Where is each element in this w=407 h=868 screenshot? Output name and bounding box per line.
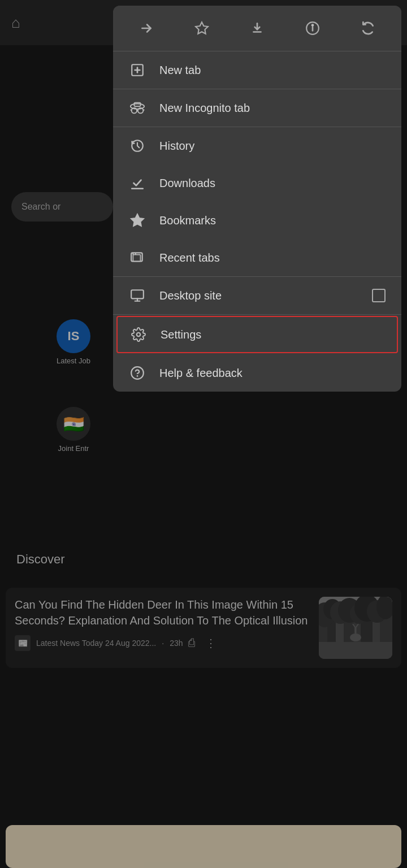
menu-item-downloads[interactable]: Downloads (113, 164, 401, 202)
svg-marker-23 (196, 22, 208, 34)
info-button[interactable] (300, 16, 325, 41)
bookmarks-svg (130, 213, 145, 228)
downloads-svg (130, 176, 145, 190)
new-tab-label: New tab (159, 64, 386, 77)
menu-item-settings[interactable]: Settings (116, 316, 398, 353)
menu-item-help-feedback[interactable]: Help & feedback (113, 354, 401, 392)
desktop-site-svg (130, 288, 145, 303)
download-icon (250, 21, 265, 36)
dropdown-menu: New tab New Incognito tab (113, 6, 401, 392)
menu-item-incognito[interactable]: New Incognito tab (113, 89, 401, 127)
incognito-label: New Incognito tab (159, 102, 386, 115)
reload-button[interactable] (356, 16, 380, 41)
settings-svg (131, 327, 146, 342)
menu-toolbar (113, 6, 401, 51)
help-feedback-label: Help & feedback (159, 367, 386, 380)
bookmarks-icon (129, 213, 146, 228)
desktop-site-label: Desktop site (159, 289, 358, 302)
menu-item-history[interactable]: History (113, 127, 401, 164)
history-label: History (159, 140, 386, 153)
download-button[interactable] (245, 16, 270, 41)
reload-icon (361, 21, 375, 36)
history-icon (129, 138, 146, 153)
svg-marker-41 (131, 214, 144, 226)
svg-line-38 (143, 110, 144, 111)
forward-icon (139, 21, 154, 36)
forward-button[interactable] (134, 16, 159, 41)
svg-point-28 (312, 24, 314, 26)
svg-rect-46 (131, 290, 144, 298)
recent-tabs-label: Recent tabs (159, 251, 386, 264)
bookmark-button[interactable] (189, 16, 214, 41)
menu-item-bookmarks[interactable]: Bookmarks (113, 202, 401, 239)
new-tab-svg (130, 63, 145, 77)
recent-tabs-icon (129, 250, 146, 265)
help-icon (129, 366, 146, 380)
settings-icon (130, 327, 147, 342)
recent-tabs-svg (130, 250, 145, 265)
history-svg (130, 138, 145, 153)
star-icon (194, 21, 209, 36)
desktop-site-icon (129, 288, 146, 303)
svg-point-51 (137, 375, 138, 377)
desktop-site-checkbox[interactable] (372, 289, 386, 302)
help-svg (130, 366, 145, 380)
settings-label: Settings (161, 328, 384, 341)
svg-line-37 (131, 110, 132, 111)
menu-item-new-tab[interactable]: New tab (113, 51, 401, 89)
incognito-icon (129, 101, 146, 115)
svg-point-49 (137, 333, 141, 337)
new-tab-icon (129, 63, 146, 77)
menu-item-recent-tabs[interactable]: Recent tabs (113, 239, 401, 276)
divider-4 (113, 314, 401, 315)
svg-rect-43 (133, 255, 140, 262)
info-icon (305, 21, 320, 36)
bookmarks-label: Bookmarks (159, 214, 386, 227)
incognito-svg (129, 101, 146, 115)
menu-item-desktop-site[interactable]: Desktop site (113, 277, 401, 314)
downloads-icon (129, 176, 146, 190)
downloads-label: Downloads (159, 177, 386, 190)
